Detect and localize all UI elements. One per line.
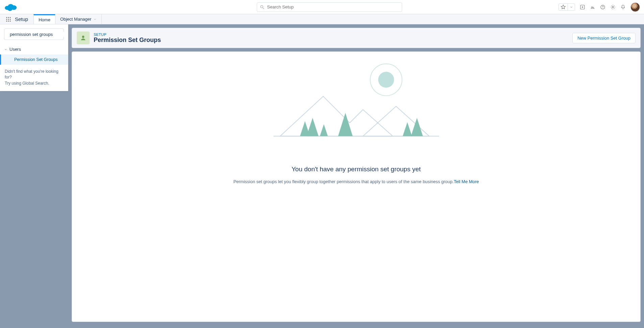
svg-point-16 (6, 20, 7, 21)
global-create-button[interactable] (580, 4, 585, 10)
svg-point-4 (260, 5, 263, 8)
svg-point-18 (10, 20, 11, 21)
body: SETUP Permission Set Groups New Permissi… (0, 24, 644, 328)
global-search-input[interactable] (267, 4, 399, 9)
global-search[interactable] (257, 2, 402, 12)
user-avatar[interactable] (630, 2, 640, 12)
bell-icon (620, 4, 626, 10)
favorites-split-button[interactable] (558, 3, 575, 11)
tree-item-label: Permission Set Groups (14, 57, 58, 62)
search-icon (260, 5, 264, 9)
quick-find-search[interactable] (4, 28, 64, 40)
app-name: Setup (15, 16, 28, 22)
salesforce-logo (4, 3, 17, 12)
trailhead-button[interactable] (590, 4, 595, 10)
svg-line-5 (263, 7, 264, 9)
svg-point-12 (10, 17, 11, 18)
app-launcher[interactable]: Setup (0, 14, 33, 24)
svg-point-21 (378, 72, 394, 88)
gear-icon (610, 4, 616, 10)
empty-state-illustration (273, 57, 439, 156)
svg-point-14 (8, 19, 9, 20)
tell-me-more-link[interactable]: Tell Me More (454, 179, 479, 184)
tab-label: Object Manager (60, 17, 92, 22)
empty-state-subtitle: Permission set groups let you flexibly g… (233, 179, 479, 184)
quick-find-helper-line2: Try using Global Search. (5, 81, 49, 86)
app-launcher-icon (5, 16, 11, 22)
create-icon (580, 4, 585, 10)
svg-point-10 (6, 17, 7, 18)
person-icon (80, 35, 87, 41)
trailhead-icon (590, 4, 595, 10)
breadcrumb-link[interactable]: SETUP (94, 32, 106, 37)
favorite-dropdown[interactable] (568, 4, 575, 10)
global-actions (558, 2, 640, 12)
page-title: Permission Set Groups (94, 37, 161, 44)
main-area: SETUP Permission Set Groups New Permissi… (72, 28, 641, 322)
setup-gear-button[interactable] (610, 4, 616, 10)
help-button[interactable] (600, 4, 605, 10)
page-header-text: SETUP Permission Set Groups (94, 32, 161, 44)
context-bar: Setup Home Object Manager (0, 14, 644, 24)
favorite-star-button[interactable] (559, 4, 568, 10)
page-header: SETUP Permission Set Groups New Permissi… (72, 28, 641, 48)
quick-find-helper: Didn't find what you're looking for? Try… (0, 65, 68, 86)
content-card: You don't have any permission set groups… (72, 51, 641, 322)
svg-point-9 (612, 6, 614, 7)
svg-point-19 (82, 36, 85, 38)
svg-point-8 (602, 8, 603, 8)
svg-point-11 (8, 17, 9, 18)
star-icon (560, 4, 566, 10)
breadcrumb[interactable]: SETUP (94, 32, 161, 37)
context-tabs: Home Object Manager (33, 14, 102, 24)
svg-point-15 (10, 19, 11, 20)
empty-state-subtitle-text: Permission set groups let you flexibly g… (233, 179, 454, 184)
notifications-button[interactable] (620, 4, 626, 10)
quick-find-helper-line1: Didn't find what you're looking for? (5, 69, 58, 80)
new-permission-set-group-button[interactable]: New Permission Set Group (572, 33, 636, 43)
global-header (0, 0, 644, 14)
svg-point-13 (6, 19, 7, 20)
tab-home[interactable]: Home (33, 14, 55, 24)
tree-item-permission-set-groups[interactable]: Permission Set Groups (0, 54, 68, 65)
empty-state-title: You don't have any permission set groups… (291, 166, 421, 173)
quick-find-panel: Users Permission Set Groups Didn't find … (0, 24, 68, 91)
help-icon (600, 4, 605, 10)
chevron-down-icon (570, 5, 573, 9)
tree-category-label: Users (9, 47, 21, 52)
quick-find-input[interactable] (10, 32, 67, 37)
tab-object-manager[interactable]: Object Manager (55, 14, 102, 24)
tab-label: Home (39, 17, 50, 22)
svg-point-3 (8, 7, 13, 11)
page-header-icon (77, 31, 90, 44)
chevron-down-icon (93, 18, 97, 21)
svg-point-17 (8, 20, 9, 21)
chevron-small-down-icon (4, 48, 7, 51)
tree-category-users[interactable]: Users (0, 44, 68, 54)
